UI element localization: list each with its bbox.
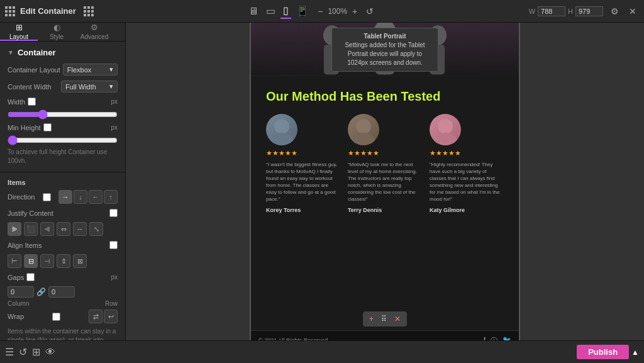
- justify-content-label: Justify Content: [8, 209, 53, 217]
- tab-layout-label: Layout: [9, 33, 28, 40]
- h-label: H: [568, 8, 573, 15]
- justify-content-row: Justify Content: [0, 206, 125, 220]
- layers-icon[interactable]: ⊞: [32, 346, 40, 358]
- app-logo-icon[interactable]: [5, 6, 15, 16]
- justify-space-between-icon[interactable]: ⇔: [57, 222, 70, 236]
- min-height-slider[interactable]: [8, 135, 118, 145]
- zoom-out-button[interactable]: −: [315, 5, 325, 18]
- text-2: "MotivAQ took me to the next level of my…: [348, 161, 422, 203]
- direction-checkbox[interactable]: [43, 193, 51, 201]
- gap-labels: Column Row: [0, 300, 125, 307]
- text-3: "Highly recommended! They have such a bi…: [430, 161, 504, 203]
- items-section-label: Items: [0, 175, 125, 187]
- justify-space-around-icon[interactable]: ↔: [73, 222, 87, 236]
- publish-chevron-icon[interactable]: ▲: [631, 348, 639, 357]
- w-label: W: [529, 8, 535, 15]
- move-element-button[interactable]: ⠿: [379, 313, 389, 325]
- justify-center-icon[interactable]: ⬛: [24, 222, 38, 236]
- instagram-icon[interactable]: ⓘ: [491, 336, 497, 341]
- wrap-icon2[interactable]: ↩: [104, 310, 118, 323]
- justify-icons: ⫸ ⬛ ⫷ ⇔ ↔ ⤡: [0, 220, 125, 238]
- publish-button[interactable]: Publish: [577, 345, 629, 359]
- align-center-icon[interactable]: ⊟: [24, 254, 38, 268]
- twitter-icon[interactable]: 🐦: [502, 336, 511, 341]
- min-height-slider-row: [0, 134, 125, 147]
- desktop-device-icon[interactable]: 🖥: [246, 3, 261, 19]
- history-icon[interactable]: ↺: [19, 346, 27, 358]
- tab-advanced[interactable]: ⚙ Advanced: [75, 23, 113, 41]
- main-area: ⊞ Layout ◐ Style ⚙ Advanced ▼ Container …: [0, 23, 644, 340]
- top-bar-right: W H ⚙ ✕: [529, 5, 639, 18]
- tab-style[interactable]: ◐ Style: [38, 23, 75, 41]
- width-checkbox[interactable]: [28, 98, 36, 106]
- gaps-checkbox[interactable]: [26, 273, 35, 281]
- align-items-label: Align Items: [8, 242, 42, 249]
- undo-button[interactable]: ↺: [364, 5, 376, 18]
- column-label: Column: [8, 300, 29, 307]
- justify-end-icon[interactable]: ⫷: [40, 222, 54, 236]
- align-end-icon[interactable]: ⊣: [40, 254, 54, 268]
- min-height-label: Min Height: [8, 124, 41, 131]
- delete-element-button[interactable]: ✕: [392, 313, 403, 325]
- wrap-row: Wrap ⇄ ↩: [0, 307, 125, 326]
- align-stretch-icon[interactable]: ⇕: [57, 254, 70, 268]
- facebook-icon[interactable]: f: [484, 336, 486, 341]
- justify-space-evenly-icon[interactable]: ⤡: [89, 222, 103, 236]
- width-input[interactable]: [538, 6, 565, 16]
- direction-up-icon[interactable]: ↑: [104, 190, 118, 204]
- content-width-label: Content Width: [8, 83, 52, 91]
- preview-main-title: Our Method Has Been Tested: [266, 89, 504, 104]
- frame-toolbar: + ⠿ ✕: [363, 311, 407, 327]
- name-1: Korey Torres: [266, 207, 340, 213]
- testimonial-1: ★★★★★ "I wasn't the biggest fitness guy,…: [266, 114, 340, 213]
- media-icon[interactable]: ☰: [5, 346, 14, 358]
- justify-content-checkbox[interactable]: [109, 209, 118, 217]
- wrap-checkbox[interactable]: [52, 313, 60, 321]
- container-layout-value: Flexbox: [67, 66, 92, 74]
- content-width-dropdown[interactable]: Full Width ▾: [61, 81, 118, 92]
- link-gap-icon[interactable]: 🔗: [36, 288, 46, 296]
- justify-start-icon[interactable]: ⫸: [8, 222, 21, 236]
- tablet-portrait-icon[interactable]: ▯: [280, 3, 291, 19]
- stars-2: ★★★★★: [348, 149, 422, 157]
- wrap-icon1[interactable]: ⇄: [89, 310, 103, 323]
- tablet-landscape-icon[interactable]: ▭: [264, 3, 278, 19]
- min-height-checkbox[interactable]: [43, 123, 52, 131]
- width-height-area: W H: [529, 6, 603, 16]
- gap-column-input[interactable]: [8, 286, 34, 298]
- tooltip-body: Settings added for the Tablet Portrait d…: [345, 42, 425, 66]
- add-element-button[interactable]: +: [367, 313, 376, 325]
- direction-right-icon[interactable]: →: [58, 190, 72, 204]
- height-input[interactable]: [575, 6, 603, 16]
- wrap-hint: Items within the container can stay in a…: [0, 326, 125, 340]
- align-items-checkbox[interactable]: [109, 241, 118, 249]
- container-layout-dropdown[interactable]: Flexbox ▾: [63, 64, 118, 75]
- gaps-label: Gaps: [8, 274, 24, 281]
- settings-button[interactable]: ⚙: [608, 5, 621, 18]
- container-layout-row: Container Layout Flexbox ▾: [0, 61, 125, 78]
- wrap-icons: ⇄ ↩: [89, 310, 118, 323]
- svg-point-11: [438, 119, 453, 134]
- zoom-in-button[interactable]: +: [350, 5, 360, 18]
- align-items-row: Align Items: [0, 238, 125, 252]
- width-slider[interactable]: [8, 109, 118, 120]
- visibility-icon[interactable]: 👁: [45, 347, 55, 358]
- left-panel: ⊞ Layout ◐ Style ⚙ Advanced ▼ Container …: [0, 23, 126, 340]
- gap-row-input[interactable]: [48, 286, 75, 298]
- tooltip-title: Tablet Portrait: [364, 33, 406, 40]
- grid-menu-icon[interactable]: [84, 6, 94, 16]
- svg-point-9: [356, 119, 371, 134]
- top-bar-left: Edit Container: [5, 6, 94, 16]
- container-section-header[interactable]: ▼ Container: [0, 42, 125, 61]
- avatar-terry: [348, 114, 379, 145]
- bottom-bar: ☰ ↺ ⊞ 👁 Publish ▲: [0, 340, 644, 363]
- direction-left-icon[interactable]: ←: [89, 190, 103, 204]
- align-start-icon[interactable]: ⊢: [8, 254, 21, 268]
- mobile-device-icon[interactable]: 📱: [294, 3, 311, 19]
- direction-down-icon[interactable]: ↓: [74, 190, 87, 204]
- tab-layout[interactable]: ⊞ Layout: [0, 23, 38, 41]
- align-baseline-icon[interactable]: ⊠: [73, 254, 87, 268]
- footer-social-icons: f ⓘ 🐦: [484, 336, 511, 341]
- tab-style-label: Style: [50, 33, 64, 40]
- close-button[interactable]: ✕: [626, 5, 639, 18]
